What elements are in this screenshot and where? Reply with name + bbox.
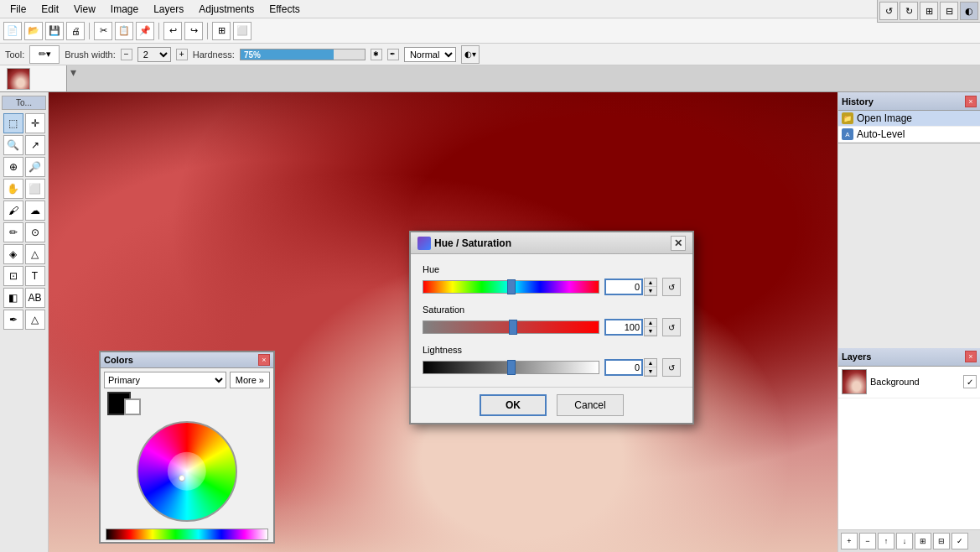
pencil-tool[interactable]: ✏ — [3, 222, 23, 242]
menu-file[interactable]: File — [3, 2, 33, 17]
print-button[interactable]: 🖨 — [66, 22, 85, 40]
tab-dropdown-arrow[interactable]: ▾ — [67, 65, 80, 91]
layer-check-button[interactable]: ✓ — [951, 533, 968, 549]
saturation-spin-up[interactable]: ▲ — [645, 319, 656, 327]
undo-button[interactable]: ↩ — [163, 22, 182, 40]
colors-panel-close-button[interactable]: × — [258, 354, 270, 366]
crop-tool[interactable]: ⊕ — [3, 157, 23, 177]
saturation-spin-down[interactable]: ▼ — [645, 327, 656, 336]
open-button[interactable]: 📂 — [24, 22, 43, 40]
layer-down-button[interactable]: ↓ — [896, 533, 913, 549]
brush-plus[interactable]: + — [176, 49, 188, 60]
cancel-button[interactable]: Cancel — [557, 394, 624, 416]
eraser-tool[interactable]: ☁ — [25, 200, 45, 221]
tool-select[interactable]: ✏▾ — [29, 45, 60, 64]
cut-button[interactable]: ✂ — [94, 22, 112, 40]
pen-icon[interactable]: ✒ — [387, 49, 399, 60]
hue-slider-track[interactable] — [423, 280, 599, 294]
menu-edit[interactable]: Edit — [34, 2, 65, 17]
dodge-tool[interactable]: △ — [25, 244, 45, 264]
eyedropper-tool[interactable]: ⬜ — [25, 179, 45, 199]
crop-button[interactable]: ⬜ — [233, 22, 251, 40]
ok-button[interactable]: OK — [480, 394, 547, 416]
menu-layers[interactable]: Layers — [147, 2, 190, 17]
blend-mode-select[interactable]: Normal — [404, 47, 456, 62]
lightness-slider-thumb[interactable] — [507, 360, 516, 375]
history-item-0[interactable]: 📁 Open Image — [838, 111, 980, 127]
lightness-input[interactable] — [604, 359, 643, 376]
save-button[interactable]: 💾 — [45, 22, 64, 40]
flow-icon[interactable]: ✱ — [371, 49, 382, 60]
pen-tool[interactable]: ✒ — [3, 310, 23, 330]
clone-tool[interactable]: ⊙ — [25, 222, 45, 242]
menu-adjustments[interactable]: Adjustments — [192, 2, 261, 17]
stamp-tool[interactable]: ⊡ — [3, 266, 23, 286]
corner-minimize[interactable]: ⊟ — [940, 2, 958, 20]
layers-panel-close-button[interactable]: × — [965, 351, 977, 362]
lasso-tool[interactable]: 🔍 — [3, 135, 23, 155]
brush-minus[interactable]: − — [121, 49, 132, 60]
color-bar[interactable] — [106, 529, 268, 540]
layer-delete-button[interactable]: − — [859, 533, 876, 549]
brush-width-select[interactable]: 2 — [137, 47, 171, 62]
lightness-value-box: ▲ ▼ — [604, 358, 657, 377]
layer-visibility-0[interactable]: ✓ — [963, 375, 977, 388]
grid-button[interactable]: ⊞ — [212, 22, 231, 40]
hue-input[interactable] — [604, 279, 643, 295]
fill-tool[interactable]: ◧ — [3, 288, 23, 308]
hardness-slider[interactable]: 75% — [240, 49, 366, 60]
primary-select[interactable]: Primary — [104, 372, 226, 388]
blend-extra[interactable]: ◐▾ — [461, 45, 480, 64]
redo-button[interactable]: ↪ — [184, 22, 203, 40]
lightness-slider-track[interactable] — [423, 361, 599, 374]
hue-spin-down[interactable]: ▼ — [645, 287, 656, 295]
layer-flatten-button[interactable]: ⊟ — [933, 533, 950, 549]
toolbar: 📄 📂 💾 🖨 ✂ 📋 📌 ↩ ↪ ⊞ ⬜ — [0, 18, 980, 44]
move-tool[interactable]: ✛ — [25, 113, 45, 133]
paste-button[interactable]: 📌 — [136, 22, 154, 40]
hue-reset-button[interactable]: ↺ — [662, 278, 681, 296]
layer-up-button[interactable]: ↑ — [878, 533, 894, 549]
saturation-reset-button[interactable]: ↺ — [662, 318, 681, 336]
layer-merge-button[interactable]: ⊞ — [915, 533, 931, 549]
lightness-spin-up[interactable]: ▲ — [645, 359, 656, 367]
color-wheel[interactable] — [137, 421, 237, 522]
zoom-tool[interactable]: 🔎 — [25, 157, 45, 177]
corner-color-mode[interactable]: ◐ — [960, 2, 978, 20]
select-tool[interactable]: ⬚ — [3, 113, 23, 133]
layer-item-0[interactable]: Background ✓ — [838, 367, 980, 398]
paint-tool[interactable]: 🖌 — [3, 200, 23, 221]
color-wheel-dot[interactable] — [179, 475, 185, 482]
text-tool[interactable]: T — [25, 266, 45, 286]
shape-tool[interactable]: △ — [25, 310, 45, 330]
dialog-close-button[interactable]: ✕ — [671, 236, 686, 251]
layers-panel-title: Layers — [842, 352, 871, 362]
history-panel-close-button[interactable]: × — [965, 96, 977, 107]
layer-new-button[interactable]: + — [841, 533, 858, 549]
lightness-spin-down[interactable]: ▼ — [645, 367, 656, 376]
blur-tool[interactable]: ◈ — [3, 244, 23, 264]
lightness-reset-button[interactable]: ↺ — [662, 358, 681, 377]
new-button[interactable]: 📄 — [3, 22, 22, 40]
saturation-slider-thumb[interactable] — [509, 320, 517, 335]
corner-rotate-cw[interactable]: ↻ — [900, 2, 918, 20]
hue-slider-thumb[interactable] — [507, 279, 516, 294]
history-list: 📁 Open Image A Auto-Level — [838, 111, 980, 143]
menu-view[interactable]: View — [67, 2, 102, 17]
history-item-1[interactable]: A Auto-Level — [838, 127, 980, 143]
copy-button[interactable]: 📋 — [115, 22, 133, 40]
layer-name-0: Background — [870, 377, 960, 387]
hand-tool[interactable]: ✋ — [3, 179, 23, 199]
menu-image[interactable]: Image — [104, 2, 145, 17]
saturation-input[interactable] — [604, 319, 643, 336]
more-button[interactable]: More » — [230, 372, 270, 388]
background-color-swatch[interactable] — [124, 398, 141, 415]
corner-rotate-ccw[interactable]: ↺ — [879, 2, 898, 20]
menu-effects[interactable]: Effects — [262, 2, 306, 17]
hue-spin-up[interactable]: ▲ — [645, 279, 656, 287]
tab-item-0[interactable] — [0, 65, 67, 91]
gradient-tool[interactable]: AB — [25, 288, 45, 308]
corner-maximize[interactable]: ⊞ — [920, 2, 938, 20]
magic-wand[interactable]: ↗ — [25, 135, 45, 155]
saturation-slider-track[interactable] — [423, 320, 599, 334]
